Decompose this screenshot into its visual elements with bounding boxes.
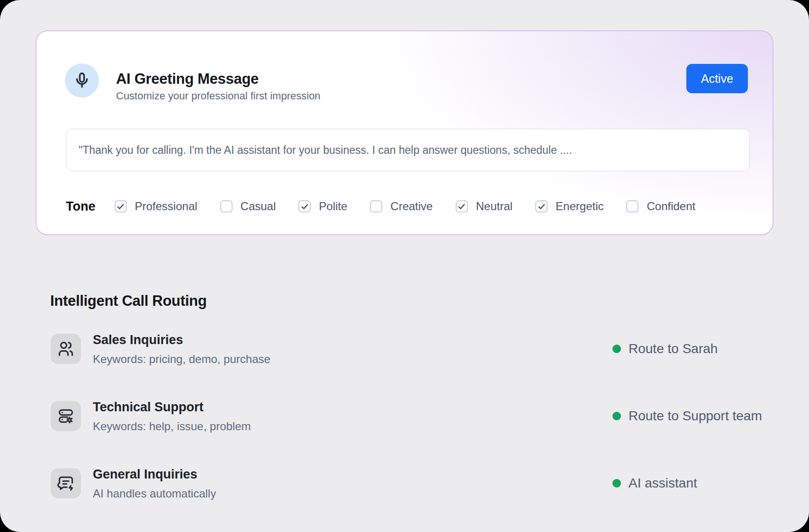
tone-option-professional[interactable]: Professional — [115, 200, 198, 213]
greeting-message-input[interactable]: "Thank you for calling. I'm the AI assis… — [66, 129, 750, 171]
tone-option-label: Professional — [135, 200, 198, 213]
card-title: AI Greeting Message — [116, 71, 259, 88]
tone-option-label: Casual — [241, 200, 276, 213]
active-status-button[interactable]: Active — [686, 64, 748, 93]
checkbox-icon[interactable] — [220, 200, 233, 213]
checkbox-icon[interactable] — [115, 200, 127, 213]
checkbox-icon[interactable] — [456, 200, 468, 213]
rule-description: Keywords: help, issue, problem — [93, 420, 251, 433]
routing-rule-technical[interactable]: Technical Support Keywords: help, issue,… — [51, 401, 773, 431]
microphone-icon — [65, 63, 99, 98]
checkbox-icon[interactable] — [535, 200, 548, 213]
route-status-dot — [612, 345, 621, 353]
routing-heading: Intelligent Call Routing — [50, 293, 207, 310]
users-icon — [51, 334, 81, 364]
tone-option-casual[interactable]: Casual — [220, 200, 276, 213]
tone-option-energetic[interactable]: Energetic — [535, 200, 603, 213]
route-status-dot — [612, 479, 621, 488]
message-bolt-icon — [51, 468, 81, 498]
route-target-label: Route to Sarah — [629, 341, 718, 356]
rule-title: General Inquiries — [93, 467, 198, 482]
card-subtitle: Customize your professional first impres… — [116, 90, 321, 102]
routing-rule-general[interactable]: General Inquiries AI handles automatical… — [51, 468, 773, 498]
tone-option-neutral[interactable]: Neutral — [456, 200, 512, 213]
tone-option-label: Energetic — [556, 200, 603, 213]
checkbox-icon[interactable] — [370, 200, 382, 213]
tone-option-polite[interactable]: Polite — [298, 200, 347, 213]
checkbox-icon[interactable] — [298, 200, 311, 213]
tone-label: Tone — [66, 199, 96, 214]
rule-route: AI assistant — [612, 475, 697, 492]
tone-option-label: Creative — [390, 200, 432, 213]
tone-option-label: Confident — [647, 200, 695, 213]
routing-rule-sales[interactable]: Sales Inquiries Keywords: pricing, demo,… — [51, 334, 773, 364]
rule-title: Technical Support — [93, 400, 204, 415]
rule-route: Route to Support team — [612, 408, 762, 425]
rule-description: Keywords: pricing, demo, purchase — [93, 353, 270, 366]
checkbox-icon[interactable] — [626, 200, 638, 213]
server-cog-icon — [51, 401, 81, 431]
tone-row: Tone Professional Casual Polite — [66, 196, 718, 217]
rule-title: Sales Inquiries — [93, 333, 183, 347]
route-target-label: Route to Support team — [629, 408, 762, 424]
rule-route: Route to Sarah — [612, 340, 718, 357]
route-status-dot — [612, 412, 621, 420]
tone-option-creative[interactable]: Creative — [370, 200, 432, 213]
routing-list: Sales Inquiries Keywords: pricing, demo,… — [51, 334, 773, 504]
tone-option-label: Polite — [319, 200, 347, 213]
tone-option-label: Neutral — [476, 200, 512, 213]
route-target-label: AI assistant — [629, 476, 697, 491]
greeting-message-text: "Thank you for calling. I'm the AI assis… — [79, 144, 572, 157]
ai-greeting-card: AI Greeting Message Customize your profe… — [36, 30, 773, 235]
rule-description: AI handles automatically — [93, 487, 216, 500]
tone-option-confident[interactable]: Confident — [626, 200, 695, 213]
ai-assistant-settings-page: AI Greeting Message Customize your profe… — [0, 0, 809, 532]
